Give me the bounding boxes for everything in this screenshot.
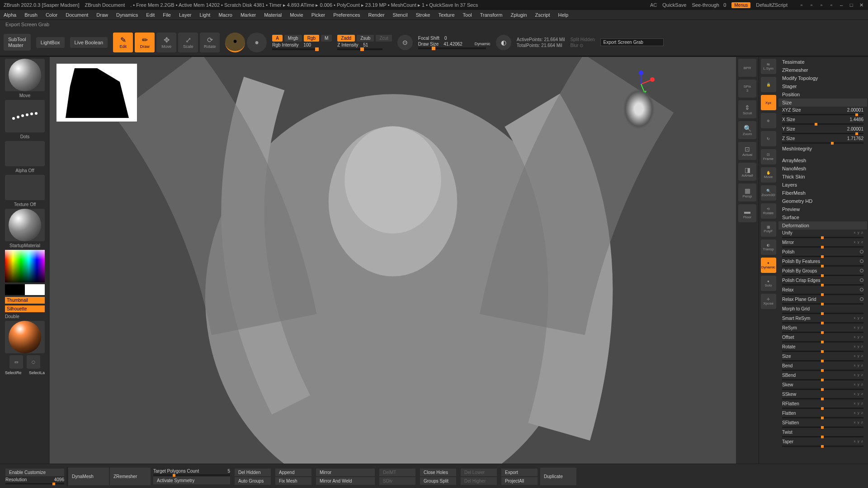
zoom-button[interactable]: 🔍Zoom [738, 121, 756, 139]
menu-stroke[interactable]: Stroke [416, 12, 430, 18]
dynamic-label[interactable]: Dynamic [475, 42, 491, 46]
rp-layers[interactable]: Layers [778, 181, 867, 189]
live-boolean-button[interactable]: Live Boolean [70, 37, 108, 48]
rp-deform-mirror[interactable]: Mirrorx y z [778, 239, 867, 249]
menu-alpha[interactable]: Alpha [4, 12, 16, 18]
silhouette-button[interactable]: Silhouette [5, 305, 45, 312]
focal-icon[interactable]: ⊙ [397, 35, 413, 50]
menu-color[interactable]: Color [46, 12, 57, 18]
zcut-button[interactable]: Zcut [376, 35, 392, 42]
zremesher-button[interactable]: ZRemesher [110, 468, 151, 485]
menu-help[interactable]: Help [558, 12, 569, 18]
dynamic-icon[interactable]: ◐ [496, 35, 511, 50]
menus-button[interactable]: Menus [731, 2, 750, 8]
persp-button[interactable]: ▦Persp [738, 183, 756, 202]
rp-modify-topology[interactable]: Modify Topology [778, 74, 867, 82]
polyf-button[interactable]: ▦PolyF [761, 221, 776, 237]
double-label[interactable]: Double [5, 314, 45, 319]
menu-light[interactable]: Light [200, 12, 211, 18]
rp-x-size[interactable]: X Size1.4486 [778, 116, 867, 126]
auto-groups-button[interactable]: Auto Groups [235, 477, 271, 485]
rp-deform-polish-by-groups[interactable]: Polish By Groups [778, 267, 867, 277]
rp-nanomesh[interactable]: NanoMesh [778, 164, 867, 173]
defaultzscript-button[interactable]: DefaultZScript [756, 2, 788, 8]
rp-deform-polish-crisp-edges[interactable]: Polish Crisp Edges [778, 277, 867, 286]
wc-icon[interactable]: ▫ [798, 2, 805, 8]
del-lower-button[interactable]: Del Lower [461, 469, 497, 476]
fix-mesh-button[interactable]: Fix Mesh [275, 477, 311, 485]
rp-deform-taper[interactable]: Taperx y z [778, 438, 867, 448]
scroll-button[interactable]: ⇕Scroll [738, 100, 756, 118]
rotate-button[interactable]: ⟳Rotate [200, 33, 220, 52]
menu-movie[interactable]: Movie [290, 12, 303, 18]
rp-size-header[interactable]: Size [778, 99, 867, 107]
gradient-preview[interactable] [5, 321, 45, 353]
draw-size-slider[interactable] [418, 47, 486, 49]
menu-file[interactable]: File [163, 12, 171, 18]
rp-deform-sskew[interactable]: SSkewx y z [778, 391, 867, 400]
rp-fibermesh[interactable]: FiberMesh [778, 189, 867, 197]
rgb-intensity-slider[interactable] [272, 48, 317, 50]
texture-preview[interactable] [5, 175, 45, 200]
wc-icon[interactable]: ▫ [808, 2, 815, 8]
rp-zremesher[interactable]: ZRemesher [778, 66, 867, 74]
del-hidden-button[interactable]: Del Hidden [235, 469, 271, 476]
zadd-button[interactable]: Zadd [337, 35, 355, 42]
rp-deform-unify[interactable]: Unifyx y z [778, 230, 867, 239]
menu-layer[interactable]: Layer [179, 12, 192, 18]
aahalf-button[interactable]: ◨AAHalf [738, 163, 756, 181]
rp-deform-skew[interactable]: Skewx y z [778, 381, 867, 391]
menu-material[interactable]: Material [264, 12, 282, 18]
move3d-button[interactable]: ✋Move [761, 167, 776, 183]
rp-deform-bend[interactable]: Bendx y z [778, 362, 867, 372]
rp-deform-sflatten[interactable]: SFlattenx y z [778, 419, 867, 429]
rp-geometryhd[interactable]: Geometry HD [778, 197, 867, 205]
close-icon[interactable]: ✕ [858, 2, 864, 8]
delmt-button[interactable]: DelMT [379, 469, 415, 476]
rp-deform-size[interactable]: Sizex y z [778, 353, 867, 362]
rgb-button[interactable]: Rgb [304, 35, 319, 42]
dynamesh-button[interactable]: DynaMesh [68, 468, 109, 485]
rp-z-size[interactable]: Z Size1.71762 [778, 135, 867, 145]
m-button[interactable]: M [321, 35, 332, 42]
mrgb-button[interactable]: Mrgb [284, 35, 302, 42]
gizmo-sphere[interactable]: ● [225, 33, 245, 52]
rp-xyz-size[interactable]: XYZ Size2.00001 [778, 107, 867, 116]
rp-thickskin[interactable]: Thick Skin [778, 173, 867, 181]
menu-document[interactable]: Document [66, 12, 88, 18]
duplicate-button[interactable]: Duplicate [540, 468, 576, 485]
select-rect-button[interactable]: ▭ [9, 355, 23, 369]
select-lasso-button[interactable]: ◌ [27, 355, 40, 369]
subtool-master-button[interactable]: SubTool Master [4, 34, 31, 50]
wc-icon[interactable]: ▫ [828, 2, 835, 8]
lightbox-button[interactable]: LightBox [36, 37, 65, 48]
rp-stager[interactable]: Stager [778, 82, 867, 90]
del-higher-button[interactable]: Del Higher [461, 477, 497, 485]
zsub-button[interactable]: Zsub [357, 35, 374, 42]
mirror-button[interactable]: Mirror [316, 469, 375, 476]
rp-deform-twist[interactable]: Twist [778, 429, 867, 438]
rp-deform-resym[interactable]: ReSymx y z [778, 324, 867, 334]
rp-tessimate[interactable]: Tessimate [778, 58, 867, 66]
rp-deform-relax-plane-grid[interactable]: Relax Plane Grid [778, 296, 867, 305]
draw-button[interactable]: ✏Draw [135, 33, 155, 52]
menu-preferences[interactable]: Preferences [333, 12, 360, 18]
resolution-slider[interactable]: Resolution4096 [5, 477, 64, 484]
menu-macro[interactable]: Macro [218, 12, 232, 18]
brush-preview[interactable] [5, 59, 45, 91]
append-button[interactable]: Append [275, 469, 311, 476]
sdiv-button[interactable]: SDiv [379, 477, 415, 485]
thumbnail-overlay[interactable] [56, 63, 137, 122]
edit-button[interactable]: ✎Edit [113, 33, 133, 52]
menu-stencil[interactable]: Stencil [393, 12, 408, 18]
lsym-button[interactable]: ⇋L.Sym [761, 59, 776, 74]
target-button[interactable]: ⊕ [761, 113, 776, 128]
menu-marker[interactable]: Marker [241, 12, 256, 18]
stroke-preview[interactable] [5, 100, 45, 132]
maximize-icon[interactable]: □ [848, 2, 854, 8]
wc-icon[interactable]: ▫ [818, 2, 825, 8]
rp-y-size[interactable]: Y Size2.00001 [778, 126, 867, 135]
rp-deform-flatten[interactable]: Flattenx y z [778, 410, 867, 419]
lock-button[interactable]: 🔒 [761, 77, 776, 92]
menu-edit[interactable]: Edit [146, 12, 155, 18]
